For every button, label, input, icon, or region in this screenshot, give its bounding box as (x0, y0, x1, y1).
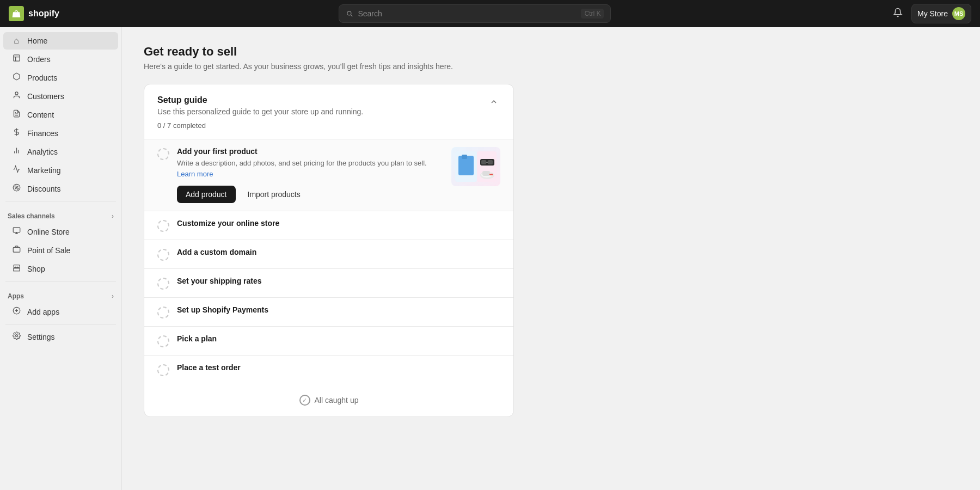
product-illustration (451, 147, 500, 186)
sidebar-label-analytics: Analytics (27, 148, 58, 156)
settings-icon (11, 332, 22, 342)
progress-fraction: 0 / 7 (157, 121, 173, 130)
point-of-sale-icon (11, 245, 22, 255)
search-input[interactable] (358, 9, 577, 18)
discounts-icon (11, 183, 22, 194)
setup-item-content-payments: Set up Shopify Payments (177, 305, 500, 316)
bell-icon (893, 8, 903, 17)
sidebar-item-online-store[interactable]: Online Store (3, 223, 118, 241)
svg-rect-28 (488, 160, 493, 164)
sales-channels-header[interactable]: Sales channels › (0, 205, 121, 222)
svg-rect-17 (13, 268, 19, 271)
svg-rect-0 (13, 55, 19, 61)
setup-item-title-add-product: Add your first product (177, 147, 444, 156)
setup-item-title-shipping: Set your shipping rates (177, 277, 500, 285)
products-icon (11, 72, 22, 83)
apps-header[interactable]: Apps › (0, 285, 121, 302)
setup-guide-heading: Setup guide (157, 95, 363, 105)
setup-item-title-test-order: Place a test order (177, 363, 500, 372)
main-content: Get ready to sell Here's a guide to get … (122, 27, 980, 490)
setup-item-circle-plan (157, 335, 169, 347)
svg-rect-16 (13, 247, 20, 252)
sidebar-label-content: Content (27, 111, 54, 119)
analytics-icon (11, 146, 22, 157)
sidebar-label-orders: Orders (27, 55, 51, 64)
store-button[interactable]: My Store MS (911, 4, 971, 23)
store-name: My Store (917, 9, 948, 18)
svg-rect-13 (13, 228, 20, 232)
sidebar-item-orders[interactable]: Orders (3, 50, 118, 68)
shopify-bag-icon (9, 6, 24, 21)
setup-item-add-product[interactable]: Add your first product Write a descripti… (144, 139, 513, 211)
sidebar-divider-2 (5, 281, 116, 281)
svg-rect-33 (489, 174, 493, 175)
finances-icon (11, 128, 22, 138)
logo[interactable]: shopify (9, 6, 59, 21)
logo-text: shopify (28, 9, 59, 19)
sidebar-label-online-store: Online Store (27, 228, 70, 236)
setup-item-circle-payments (157, 307, 169, 318)
sidebar-item-marketing[interactable]: Marketing (3, 161, 118, 179)
setup-item-circle-test-order (157, 364, 169, 376)
search-shortcut: Ctrl K (581, 9, 604, 19)
setup-item-title-plan: Pick a plan (177, 334, 500, 343)
setup-item-desc-add-product: Write a description, add photos, and set… (177, 158, 444, 179)
svg-rect-32 (482, 171, 490, 176)
caught-up-icon: ✓ (299, 395, 310, 406)
caught-up-text: All caught up (315, 396, 359, 405)
sidebar-label-products: Products (27, 74, 57, 82)
setup-item-actions-add-product: Add product Import products (177, 186, 444, 203)
setup-item-domain[interactable]: Add a custom domain (144, 240, 513, 268)
add-apps-icon (11, 307, 22, 317)
sidebar-item-finances[interactable]: Finances (3, 124, 118, 142)
add-apps-item[interactable]: Add apps (3, 303, 118, 321)
sidebar-item-shop[interactable]: Shop (3, 260, 118, 278)
app-body: ⌂ Home Orders Products Customers Conte (0, 27, 980, 490)
setup-guide-card: Setup guide Use this personalized guide … (144, 84, 514, 417)
setup-item-shipping[interactable]: Set your shipping rates (144, 268, 513, 297)
avatar: MS (952, 7, 965, 20)
setup-item-test-order[interactable]: Place a test order (144, 355, 513, 384)
sidebar-item-products[interactable]: Products (3, 69, 118, 87)
setup-item-circle-shipping (157, 278, 169, 290)
setup-guide-description: Use this personalized guide to get your … (157, 107, 363, 116)
setup-card-header-left: Setup guide Use this personalized guide … (157, 95, 363, 130)
setup-item-payments[interactable]: Set up Shopify Payments (144, 297, 513, 326)
marketing-icon (11, 165, 22, 175)
sidebar-label-point-of-sale: Point of Sale (27, 246, 70, 255)
add-product-button[interactable]: Add product (177, 186, 236, 203)
setup-item-plan[interactable]: Pick a plan (144, 326, 513, 355)
sidebar-label-discounts: Discounts (27, 185, 60, 193)
collapse-button[interactable] (487, 95, 500, 110)
sidebar-label-shop: Shop (27, 265, 45, 273)
caught-up-section: ✓ All caught up (144, 384, 513, 416)
product-image-svg (454, 149, 498, 184)
sidebar: ⌂ Home Orders Products Customers Conte (0, 27, 122, 490)
sidebar-item-customers[interactable]: Customers (3, 87, 118, 105)
sidebar-item-discounts[interactable]: Discounts (3, 180, 118, 198)
setup-item-content-add-product: Add your first product Write a descripti… (177, 147, 444, 203)
sales-channels-label: Sales channels (8, 212, 55, 220)
import-products-button[interactable]: Import products (241, 186, 307, 203)
online-store-icon (11, 226, 22, 237)
sidebar-item-home[interactable]: ⌂ Home (3, 32, 118, 50)
sidebar-item-settings[interactable]: Settings (3, 328, 118, 346)
setup-card-header: Setup guide Use this personalized guide … (144, 84, 513, 139)
svg-point-11 (17, 188, 19, 189)
svg-rect-25 (462, 155, 467, 159)
sidebar-item-analytics[interactable]: Analytics (3, 143, 118, 161)
setup-item-customize[interactable]: Customize your online store (144, 211, 513, 240)
setup-item-content-customize: Customize your online store (177, 219, 500, 230)
sidebar-item-content[interactable]: Content (3, 106, 118, 124)
orders-icon (11, 54, 22, 64)
sidebar-divider-3 (5, 324, 116, 324)
setup-item-title-customize: Customize your online store (177, 219, 500, 228)
search-area: Ctrl K (339, 4, 611, 23)
chevron-up-icon (489, 97, 498, 106)
notifications-button[interactable] (891, 5, 905, 22)
progress-text: 0 / 7 completed (157, 121, 206, 130)
topbar: shopify Ctrl K My Store MS (0, 0, 980, 27)
search-box[interactable]: Ctrl K (339, 4, 611, 23)
sidebar-item-point-of-sale[interactable]: Point of Sale (3, 241, 118, 259)
learn-more-link[interactable]: Learn more (177, 170, 213, 178)
